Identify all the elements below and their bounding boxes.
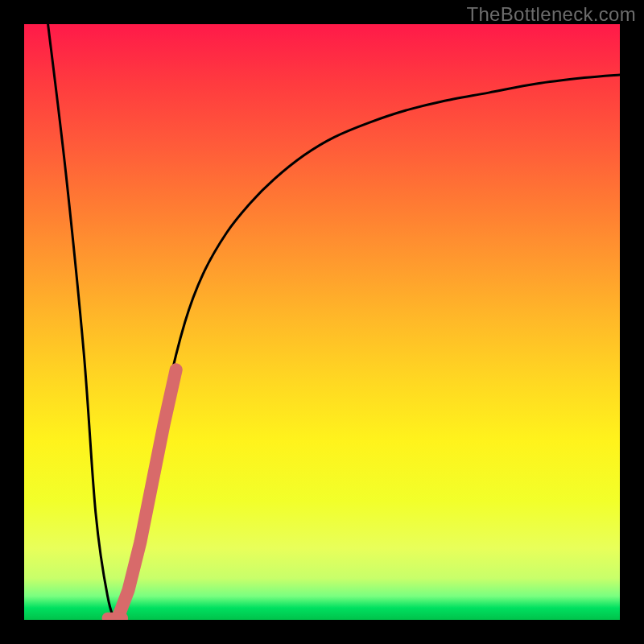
highlight-segment <box>118 369 176 617</box>
watermark-text: TheBottleneck.com <box>466 3 636 26</box>
curve-layer <box>24 24 620 620</box>
plot-area <box>24 24 620 620</box>
bottleneck-curve <box>48 24 620 620</box>
chart-frame: TheBottleneck.com <box>0 0 644 644</box>
